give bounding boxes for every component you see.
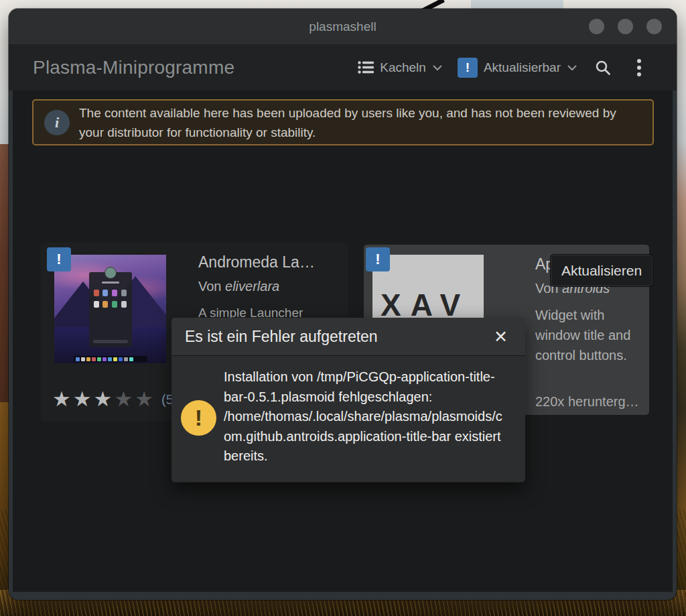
window-frame: i The content available here has been up… (9, 90, 677, 600)
chevron-down-icon (567, 64, 577, 71)
toolbar: Plasma-Miniprogramme Kacheln (9, 44, 677, 90)
error-message: Installation von /tmp/PiCGQp-application… (224, 367, 508, 467)
content-warning-banner: i The content available here has been up… (32, 99, 654, 145)
rating: ★★★★★ (5/ (52, 389, 177, 410)
window-title: plasmashell (309, 19, 376, 34)
error-dialog: Es ist ein Fehler aufgetreten ✕ ! Instal… (172, 318, 525, 483)
search-button[interactable] (590, 54, 616, 81)
updatable-badge-icon: ! (458, 58, 478, 78)
content-area: i The content available here has been up… (13, 90, 673, 592)
stars-empty-icon: ★★ (114, 389, 155, 410)
info-icon: i (44, 110, 70, 135)
view-mode-label: Kacheln (380, 60, 426, 75)
error-dialog-body: ! Installation von /tmp/PiCGQp-applicati… (172, 356, 525, 482)
view-mode-dropdown[interactable]: Kacheln (355, 56, 445, 79)
aktualisieren-label: Aktualisieren (561, 263, 642, 279)
close-icon[interactable]: ✕ (490, 326, 512, 348)
page-title: Plasma-Miniprogramme (33, 57, 234, 78)
stars-filled-icon: ★★★ (52, 389, 114, 410)
minimize-button[interactable] (589, 19, 604, 34)
aktualisieren-tooltip[interactable]: Aktualisieren (551, 255, 653, 286)
warning-icon: ! (181, 400, 216, 436)
filter-dropdown[interactable]: ! Aktualisierbar (455, 54, 580, 82)
filter-label: Aktualisierbar (484, 60, 561, 75)
card-title: Andromeda La… (198, 253, 342, 271)
close-button[interactable] (646, 19, 662, 34)
chevron-down-icon (432, 64, 443, 71)
search-icon (595, 60, 611, 76)
banner-text: The content available here has been uplo… (79, 103, 642, 142)
overflow-menu-button[interactable] (626, 54, 653, 81)
window-buttons (589, 9, 662, 44)
kebab-menu-icon (637, 59, 641, 76)
andromeda-thumbnail (54, 255, 166, 363)
error-dialog-title: Es ist ein Fehler aufgetreten (185, 328, 378, 346)
list-view-icon (358, 61, 374, 74)
titlebar[interactable]: plasmashell (9, 9, 677, 44)
card-author: Von eliverlara (198, 279, 342, 294)
card-description: Widget with window title and control but… (535, 305, 644, 365)
update-available-badge-icon: ! (366, 247, 390, 271)
update-available-badge-icon: ! (47, 247, 71, 271)
error-dialog-header: Es ist ein Fehler aufgetreten ✕ (172, 318, 525, 356)
download-count: 220x herunterg… (535, 394, 639, 410)
plasmashell-window: plasmashell Plasma-Miniprogramme (9, 9, 677, 600)
maximize-button[interactable] (618, 19, 633, 34)
